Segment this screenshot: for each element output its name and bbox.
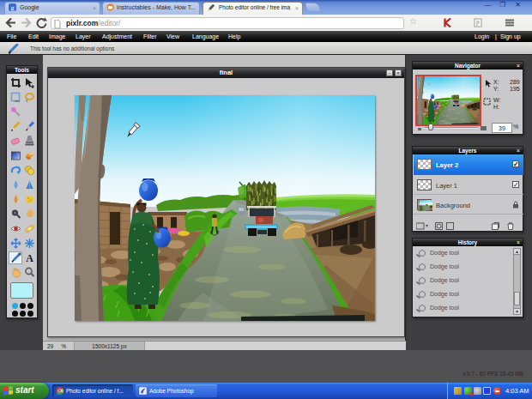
svg-text:A: A xyxy=(26,252,33,263)
svg-text:g: g xyxy=(11,4,15,12)
